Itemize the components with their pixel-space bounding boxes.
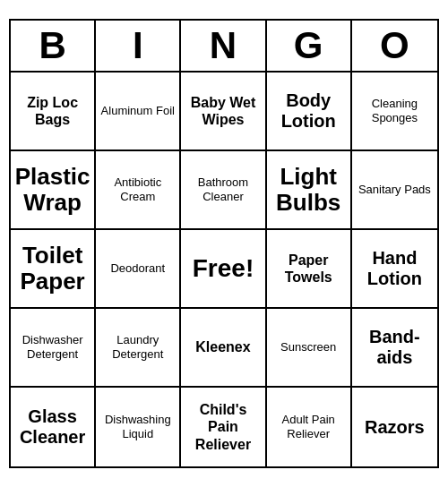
bingo-cell-16: Laundry Detergent: [96, 309, 181, 388]
cell-text-2: Baby Wet Wipes: [185, 94, 261, 128]
bingo-cell-10: Toilet Paper: [11, 230, 96, 309]
cell-text-15: Dishwasher Detergent: [14, 333, 90, 361]
bingo-cell-22: Child's Pain Reliever: [181, 388, 266, 466]
cell-text-14: Hand Lotion: [356, 248, 434, 289]
bingo-cell-6: Antibiotic Cream: [96, 151, 181, 230]
bingo-cell-24: Razors: [352, 388, 437, 466]
cell-text-19: Band-aids: [356, 327, 434, 368]
cell-text-23: Adult Pain Reliever: [271, 413, 347, 440]
bingo-letter-b: B: [11, 21, 96, 71]
cell-text-13: Paper Towels: [271, 252, 347, 286]
bingo-cell-3: Body Lotion: [267, 73, 352, 151]
bingo-cell-21: Dishwashing Liquid: [96, 388, 181, 466]
bingo-grid: Zip Loc BagsAluminum FoilBaby Wet WipesB…: [11, 73, 437, 466]
bingo-letter-o: O: [352, 21, 437, 71]
bingo-cell-7: Bathroom Cleaner: [181, 151, 266, 230]
bingo-cell-5: Plastic Wrap: [11, 151, 96, 230]
cell-text-8: Light Bulbs: [271, 164, 347, 215]
cell-text-17: Kleenex: [195, 338, 250, 355]
cell-text-6: Antibiotic Cream: [99, 175, 176, 203]
bingo-cell-12: Free!: [181, 230, 266, 309]
bingo-cell-20: Glass Cleaner: [11, 388, 96, 466]
cell-text-7: Bathroom Cleaner: [185, 175, 261, 203]
bingo-cell-19: Band-aids: [352, 309, 437, 388]
bingo-header: BINGO: [11, 21, 437, 73]
cell-text-16: Laundry Detergent: [99, 333, 176, 361]
bingo-cell-0: Zip Loc Bags: [11, 73, 96, 151]
bingo-cell-18: Sunscreen: [267, 309, 352, 388]
cell-text-18: Sunscreen: [280, 340, 336, 355]
cell-text-9: Sanitary Pads: [358, 183, 431, 197]
bingo-card: BINGO Zip Loc BagsAluminum FoilBaby Wet …: [9, 19, 439, 468]
bingo-cell-4: Cleaning Sponges: [352, 73, 437, 151]
bingo-cell-1: Aluminum Foil: [96, 73, 181, 151]
cell-text-4: Cleaning Sponges: [356, 97, 434, 124]
cell-text-3: Body Lotion: [271, 90, 347, 132]
cell-text-5: Plastic Wrap: [14, 164, 90, 215]
bingo-cell-2: Baby Wet Wipes: [181, 73, 266, 151]
cell-text-0: Zip Loc Bags: [14, 94, 90, 128]
cell-text-24: Razors: [365, 417, 425, 438]
bingo-cell-15: Dishwasher Detergent: [11, 309, 96, 388]
cell-text-11: Deodorant: [110, 261, 165, 276]
bingo-cell-14: Hand Lotion: [352, 230, 437, 309]
cell-text-20: Glass Cleaner: [14, 406, 90, 448]
bingo-letter-g: G: [267, 21, 352, 71]
bingo-cell-9: Sanitary Pads: [352, 151, 437, 230]
cell-text-1: Aluminum Foil: [101, 104, 175, 118]
bingo-cell-11: Deodorant: [96, 230, 181, 309]
cell-text-10: Toilet Paper: [14, 243, 90, 294]
cell-text-21: Dishwashing Liquid: [99, 413, 176, 440]
cell-text-22: Child's Pain Reliever: [185, 401, 261, 453]
bingo-cell-23: Adult Pain Reliever: [267, 388, 352, 466]
bingo-letter-n: N: [181, 21, 266, 71]
bingo-cell-13: Paper Towels: [267, 230, 352, 309]
bingo-cell-8: Light Bulbs: [267, 151, 352, 230]
cell-text-12: Free!: [193, 253, 254, 284]
bingo-letter-i: I: [96, 21, 181, 71]
bingo-cell-17: Kleenex: [181, 309, 266, 388]
